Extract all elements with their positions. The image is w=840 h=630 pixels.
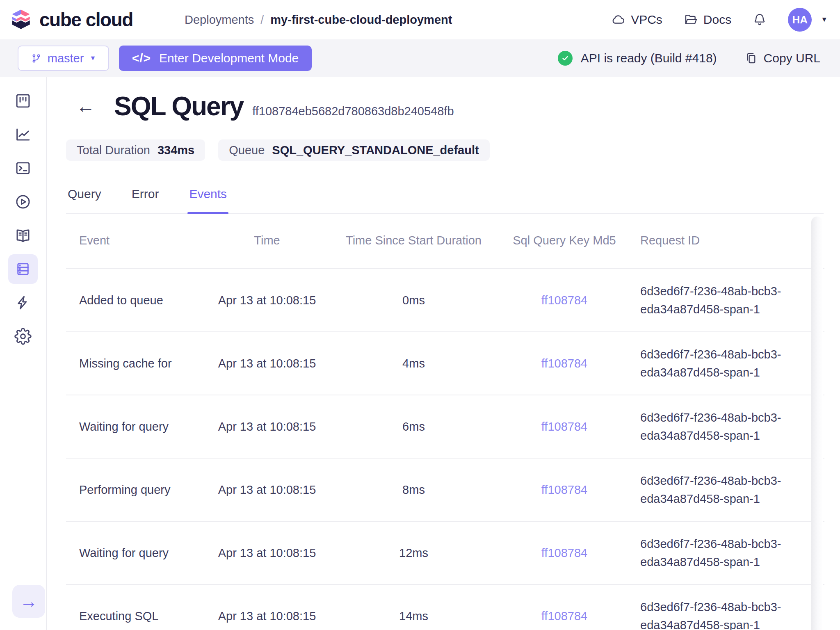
sidebar-item-data-model[interactable] <box>8 221 38 250</box>
queue-badge: Queue SQL_QUERY_STANDALONE_default <box>218 139 489 161</box>
duration-cell: 14ms <box>329 609 499 623</box>
breadcrumb-deployments[interactable]: Deployments <box>185 13 254 27</box>
sql-query-key-link[interactable]: ff108784 <box>499 546 630 560</box>
docs-link[interactable]: Docs <box>684 13 731 27</box>
copy-url-button[interactable]: Copy URL <box>744 51 820 65</box>
copy-url-label: Copy URL <box>764 51 820 65</box>
table-row: Waiting for query Apr 13 at 10:08:15 12m… <box>66 522 824 585</box>
duration-cell: 0ms <box>329 294 499 307</box>
sql-query-key-link[interactable]: ff108784 <box>499 357 630 370</box>
vpcs-link[interactable]: VPCs <box>611 13 662 27</box>
cube-logo-icon <box>9 8 33 32</box>
brand-logo[interactable]: cube cloud <box>9 0 133 39</box>
sidebar-item-playground[interactable] <box>8 187 38 217</box>
header-event: Event <box>66 234 205 247</box>
tab-error[interactable]: Error <box>130 183 161 213</box>
database-icon <box>14 260 32 278</box>
header-time: Time <box>205 234 329 247</box>
queue-value: SQL_QUERY_STANDALONE_default <box>272 144 479 157</box>
header-duration: Time Since Start Duration <box>329 234 499 247</box>
time-cell: Apr 13 at 10:08:15 <box>205 483 329 497</box>
api-status-text: API is ready (Build #418) <box>581 51 717 65</box>
sql-query-key-link[interactable]: ff108784 <box>499 483 630 497</box>
total-duration-label: Total Duration <box>77 144 150 157</box>
page-title: SQL Query <box>114 92 243 121</box>
sidebar-items <box>0 77 46 351</box>
sidebar-item-console[interactable] <box>8 153 38 183</box>
detail-tabs: Query Error Events <box>66 183 824 214</box>
play-circle-icon <box>14 193 32 210</box>
top-bar: cube cloud Deployments / my-first-cube-c… <box>0 0 840 39</box>
copy-icon <box>744 52 757 65</box>
time-cell: Apr 13 at 10:08:15 <box>205 357 329 370</box>
time-cell: Apr 13 at 10:08:15 <box>205 546 329 560</box>
table-row: Added to queue Apr 13 at 10:08:15 0ms ff… <box>66 269 824 332</box>
table-row: Waiting for query Apr 13 at 10:08:15 6ms… <box>66 395 824 459</box>
avatar[interactable]: HA <box>788 8 812 32</box>
request-id-cell: 6d3ed6f7-f236-48ab-bcb3-eda34a87d458-spa… <box>630 409 824 445</box>
table-row: Performing query Apr 13 at 10:08:15 8ms … <box>66 459 824 522</box>
dev-mode-label: Enter Development Mode <box>159 51 299 65</box>
sidebar-item-board[interactable] <box>8 86 38 116</box>
page: cube cloud Deployments / my-first-cube-c… <box>0 0 840 630</box>
events-table-header: Event Time Time Since Start Duration Sql… <box>66 212 824 269</box>
tab-events[interactable]: Events <box>187 183 228 213</box>
sidebar-expand-button[interactable]: → <box>12 585 45 618</box>
breadcrumb-current-deployment: my-first-cube-cloud-deployment <box>270 13 452 27</box>
time-cell: Apr 13 at 10:08:15 <box>205 609 329 623</box>
time-cell: Apr 13 at 10:08:15 <box>205 420 329 434</box>
enter-development-mode-button[interactable]: </> Enter Development Mode <box>119 46 312 71</box>
main-content: ← SQL Query ff108784eb5682d780863d8b2405… <box>48 77 840 630</box>
bell-icon <box>753 13 767 27</box>
total-duration-badge: Total Duration 334ms <box>66 139 205 161</box>
query-hash: ff108784eb5682d780863d8b240548fb <box>252 105 454 118</box>
duration-cell: 8ms <box>329 483 499 497</box>
event-cell: Executing SQL <box>66 609 205 623</box>
api-status: API is ready (Build #418) <box>558 51 717 66</box>
sidebar-item-settings[interactable] <box>8 322 38 351</box>
duration-cell: 4ms <box>329 357 499 370</box>
breadcrumb-separator: / <box>260 13 264 27</box>
event-cell: Added to queue <box>66 294 205 307</box>
code-icon: </> <box>132 51 151 65</box>
request-id-cell: 6d3ed6f7-f236-48ab-bcb3-eda34a87d458-spa… <box>630 282 824 318</box>
success-check-icon <box>558 51 573 66</box>
queue-label: Queue <box>229 144 265 157</box>
header-request-id: Request ID <box>630 231 824 249</box>
event-cell: Missing cache for <box>66 357 205 370</box>
sql-query-key-link[interactable]: ff108784 <box>499 294 630 307</box>
brand-name: cube cloud <box>39 9 133 31</box>
duration-cell: 6ms <box>329 420 499 434</box>
back-button[interactable]: ← <box>76 97 95 116</box>
time-cell: Apr 13 at 10:08:15 <box>205 294 329 307</box>
notifications-button[interactable] <box>753 13 767 27</box>
branch-label: master <box>48 52 84 65</box>
sidebar-item-queries[interactable] <box>8 254 38 284</box>
terminal-icon <box>14 160 32 177</box>
deployment-toolbar: master ▼ </> Enter Development Mode API … <box>0 39 840 77</box>
git-branch-icon <box>31 53 42 64</box>
sidebar-item-performance[interactable] <box>8 288 38 317</box>
table-row: Executing SQL Apr 13 at 10:08:15 14ms ff… <box>66 585 824 630</box>
table-scrollbar[interactable] <box>811 217 823 630</box>
account-menu-caret-icon[interactable]: ▼ <box>821 16 828 24</box>
sidebar: → <box>0 77 47 630</box>
gear-icon <box>14 328 32 345</box>
tab-query[interactable]: Query <box>66 183 103 213</box>
header-key-md5: Sql Query Key Md5 <box>499 234 630 247</box>
line-chart-icon <box>14 126 32 143</box>
request-id-cell: 6d3ed6f7-f236-48ab-bcb3-eda34a87d458-spa… <box>630 598 824 630</box>
board-icon <box>14 92 32 110</box>
title-row: ← SQL Query ff108784eb5682d780863d8b2405… <box>76 92 454 121</box>
top-nav: VPCs Docs HA ▼ <box>611 0 828 39</box>
sql-query-key-link[interactable]: ff108784 <box>499 609 630 623</box>
request-id-cell: 6d3ed6f7-f236-48ab-bcb3-eda34a87d458-spa… <box>630 535 824 571</box>
branch-caret-icon: ▼ <box>89 55 96 62</box>
sidebar-item-charts[interactable] <box>8 120 38 149</box>
vpcs-label: VPCs <box>631 13 662 27</box>
branch-selector[interactable]: master ▼ <box>18 46 109 71</box>
cloud-icon <box>611 13 625 27</box>
docs-label: Docs <box>703 13 731 27</box>
duration-cell: 12ms <box>329 546 499 560</box>
sql-query-key-link[interactable]: ff108784 <box>499 420 630 434</box>
